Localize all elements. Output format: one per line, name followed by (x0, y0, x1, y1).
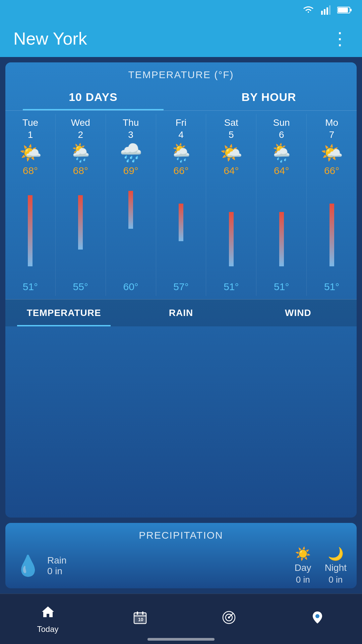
day-col-5: Sun6🌦️64°51° (256, 114, 307, 296)
svg-rect-9 (142, 611, 143, 615)
high-temp-5: 64° (274, 165, 289, 176)
menu-button[interactable]: ⋮ (331, 29, 349, 49)
day-name-6: Mo (325, 117, 338, 128)
main-content: TEMPERATURE (°F) 10 DAYS BY HOUR Tue1🌤️6… (0, 57, 362, 594)
moon-icon: 🌙 (328, 546, 344, 561)
svg-rect-6 (350, 9, 352, 11)
high-temp-2: 69° (123, 165, 138, 176)
day-num-6: 7 (329, 129, 335, 140)
svg-rect-1 (324, 9, 325, 15)
sun-icon: ☀️ (295, 546, 311, 561)
signal-icon (321, 5, 330, 15)
day-name-1: Wed (71, 117, 90, 128)
low-temp-3: 57° (173, 281, 188, 292)
precip-info: Rain 0 in (47, 555, 67, 577)
temp-bar-container-6 (308, 178, 355, 279)
day-num-4: 5 (229, 129, 234, 140)
temp-bar-container-3 (158, 178, 205, 279)
temp-bar-6 (329, 178, 334, 279)
night-value: 0 in (328, 575, 343, 585)
day-col-1: Wed2🌦️68°55° (56, 114, 106, 296)
high-temp-1: 68° (73, 165, 88, 176)
weather-icon-1: 🌦️ (69, 144, 92, 162)
temp-bar-container-1 (57, 178, 104, 279)
day-name-5: Sun (273, 117, 290, 128)
day-num-1: 2 (78, 129, 83, 140)
home-indicator (147, 638, 215, 641)
nav-today-label: Today (37, 625, 58, 634)
home-icon (41, 604, 55, 623)
svg-rect-0 (321, 11, 323, 15)
temp-bar-container-4 (207, 178, 255, 279)
raindrop-icon: 💧 (15, 554, 41, 578)
precipitation-card: PRECIPITATION 💧 Rain 0 in ☀️ Day 0 in 🌙 … (5, 523, 357, 588)
low-temp-4: 51° (224, 281, 239, 292)
temp-bar-0 (28, 178, 33, 279)
bottom-nav: Today 10 (0, 594, 362, 644)
day-col-6: Mo7🌤️66°51° (307, 114, 357, 296)
svg-point-15 (315, 614, 319, 618)
weather-icon-0: 🌤️ (19, 144, 42, 162)
weather-icon-2: 🌧️ (120, 144, 142, 162)
weather-icon-4: 🌤️ (220, 144, 242, 162)
temp-bar-3 (179, 178, 183, 279)
day-num-3: 4 (178, 129, 184, 140)
day-col-2: Thu3🌧️69°60° (106, 114, 156, 296)
high-temp-3: 66° (173, 165, 188, 176)
svg-rect-8 (137, 611, 138, 615)
day-value: 0 in (296, 575, 310, 585)
temperature-card-title: TEMPERATURE (°F) (5, 62, 357, 84)
metric-tab-wind[interactable]: WIND (240, 300, 357, 326)
day-night-container: ☀️ Day 0 in 🌙 Night 0 in (295, 546, 347, 585)
high-temp-6: 66° (324, 165, 339, 176)
rain-value: 0 in (47, 566, 67, 577)
svg-rect-10 (134, 615, 146, 616)
city-title: New York (13, 29, 87, 49)
temp-bar-2 (128, 178, 133, 279)
high-temp-4: 64° (224, 165, 239, 176)
day-num-2: 3 (128, 129, 133, 140)
battery-icon (337, 6, 352, 14)
location-icon (310, 610, 325, 628)
tab-10days[interactable]: 10 DAYS (5, 84, 181, 110)
day-col-4: Sat5🌤️64°51° (206, 114, 256, 296)
svg-rect-5 (338, 8, 348, 12)
radar-icon (222, 610, 236, 628)
metric-tab-rain[interactable]: RAIN (122, 300, 239, 326)
status-bar (0, 0, 362, 20)
high-temp-0: 68° (23, 165, 38, 176)
svg-rect-3 (329, 5, 330, 15)
rain-label: Rain (47, 555, 67, 566)
day-name-4: Sat (224, 117, 238, 128)
temp-bar-container-0 (7, 178, 54, 279)
low-temp-1: 55° (73, 281, 88, 292)
precip-title: PRECIPITATION (5, 523, 357, 546)
days-grid: Tue1🌤️68°51°Wed2🌦️68°55°Thu3🌧️69°60°Fri4… (5, 111, 357, 299)
temp-bar-container-5 (258, 178, 305, 279)
time-tabs: 10 DAYS BY HOUR (5, 84, 357, 111)
day-label-text: Day (295, 562, 311, 573)
weather-icon-5: 🌦️ (270, 144, 293, 162)
svg-rect-2 (326, 7, 328, 15)
day-name-2: Thu (123, 117, 139, 128)
day-precip: ☀️ Day 0 in (295, 546, 311, 585)
night-label-text: Night (325, 562, 347, 573)
nav-radar[interactable] (222, 610, 236, 628)
nav-location[interactable] (310, 610, 325, 628)
temperature-card: TEMPERATURE (°F) 10 DAYS BY HOUR Tue1🌤️6… (5, 62, 357, 518)
svg-text:10: 10 (138, 617, 143, 622)
temp-bar-5 (279, 178, 284, 279)
low-temp-0: 51° (23, 281, 38, 292)
day-num-0: 1 (28, 129, 33, 140)
metric-tab-temperature[interactable]: TEMPERATURE (5, 300, 122, 326)
nav-today[interactable]: Today (37, 604, 58, 634)
day-num-5: 6 (279, 129, 284, 140)
temp-bar-container-2 (107, 178, 155, 279)
tab-byhour[interactable]: BY HOUR (181, 84, 357, 110)
nav-calendar[interactable]: 10 (133, 610, 147, 628)
app-bar: New York ⋮ (0, 20, 362, 57)
weather-icon-6: 🌤️ (320, 144, 343, 162)
day-col-0: Tue1🌤️68°51° (5, 114, 56, 296)
low-temp-5: 51° (274, 281, 289, 292)
temp-bar-4 (229, 178, 234, 279)
